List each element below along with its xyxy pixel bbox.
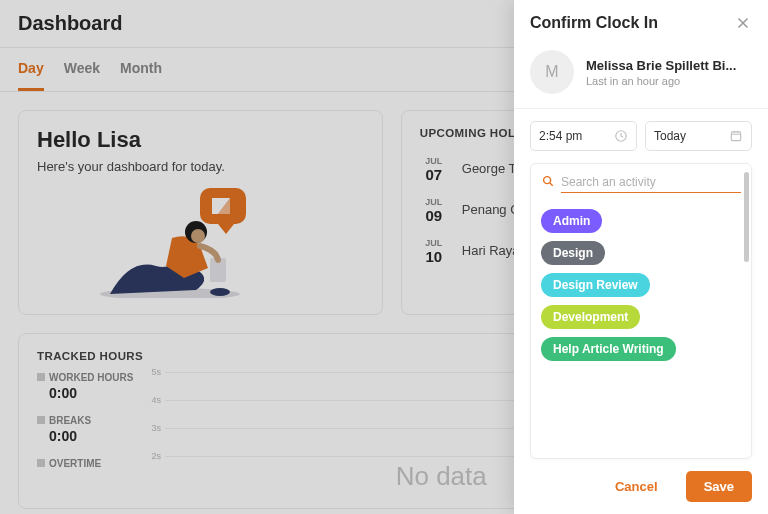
holiday-month: JUL	[425, 238, 442, 248]
date-field[interactable]: Today	[645, 121, 752, 151]
activity-chip[interactable]: Development	[541, 305, 640, 329]
cancel-button[interactable]: Cancel	[597, 471, 676, 502]
stat-label: BREAKS	[49, 415, 91, 426]
stat-label: OVERTIME	[49, 458, 101, 469]
tracked-stat: OVERTIME	[37, 458, 133, 469]
hello-card: Hello Lisa Here's your dashboard for tod…	[18, 110, 383, 315]
tracked-stat: BREAKS0:00	[37, 415, 133, 444]
date-value: Today	[654, 129, 686, 143]
scrollbar-thumb[interactable]	[744, 172, 749, 262]
stat-value: 0:00	[49, 385, 133, 401]
stat-value: 0:00	[49, 428, 133, 444]
calendar-icon	[729, 129, 743, 143]
activity-list: AdminDesignDesign ReviewDevelopmentHelp …	[531, 197, 751, 373]
activity-chip[interactable]: Help Article Writing	[541, 337, 676, 361]
tracked-stat: WORKED HOURS0:00	[37, 372, 133, 401]
activity-search-input[interactable]	[561, 172, 741, 193]
time-value: 2:54 pm	[539, 129, 582, 143]
holiday-month: JUL	[425, 156, 442, 166]
time-field[interactable]: 2:54 pm	[530, 121, 637, 151]
search-icon	[541, 174, 555, 192]
hello-subtitle: Here's your dashboard for today.	[37, 159, 364, 174]
avatar: M	[530, 50, 574, 94]
holiday-date: JUL09	[420, 197, 448, 224]
svg-marker-1	[218, 224, 234, 234]
close-icon[interactable]	[734, 14, 752, 32]
user-name: Melissa Brie Spillett Bi...	[586, 58, 736, 73]
tracked-stats: WORKED HOURS0:00BREAKS0:00OVERTIME	[37, 372, 133, 492]
tab-day[interactable]: Day	[18, 48, 44, 91]
holiday-day: 10	[425, 248, 442, 265]
panel-title: Confirm Clock In	[530, 14, 658, 32]
activity-chip[interactable]: Design Review	[541, 273, 650, 297]
holiday-month: JUL	[425, 197, 442, 207]
save-button[interactable]: Save	[686, 471, 752, 502]
hello-illustration	[37, 188, 364, 298]
holiday-date: JUL10	[420, 238, 448, 265]
activity-chip[interactable]: Admin	[541, 209, 602, 233]
page-title: Dashboard	[18, 12, 122, 35]
holiday-date: JUL07	[420, 156, 448, 183]
hello-greeting: Hello Lisa	[37, 127, 364, 153]
clock-in-panel: Confirm Clock In M Melissa Brie Spillett…	[514, 0, 768, 514]
activity-dropdown: AdminDesignDesign ReviewDevelopmentHelp …	[530, 163, 752, 459]
user-subtitle: Last in an hour ago	[586, 75, 736, 87]
activity-chip[interactable]: Design	[541, 241, 605, 265]
stat-label: WORKED HOURS	[49, 372, 133, 383]
tab-week[interactable]: Week	[64, 48, 100, 91]
tab-month[interactable]: Month	[120, 48, 162, 91]
svg-rect-2	[212, 198, 218, 214]
holiday-day: 09	[425, 207, 442, 224]
clock-icon	[614, 129, 628, 143]
svg-point-9	[210, 288, 230, 296]
user-row: M Melissa Brie Spillett Bi... Last in an…	[514, 50, 768, 109]
svg-point-7	[191, 229, 205, 243]
svg-rect-11	[731, 132, 740, 141]
svg-point-12	[544, 176, 551, 183]
holiday-day: 07	[425, 166, 442, 183]
